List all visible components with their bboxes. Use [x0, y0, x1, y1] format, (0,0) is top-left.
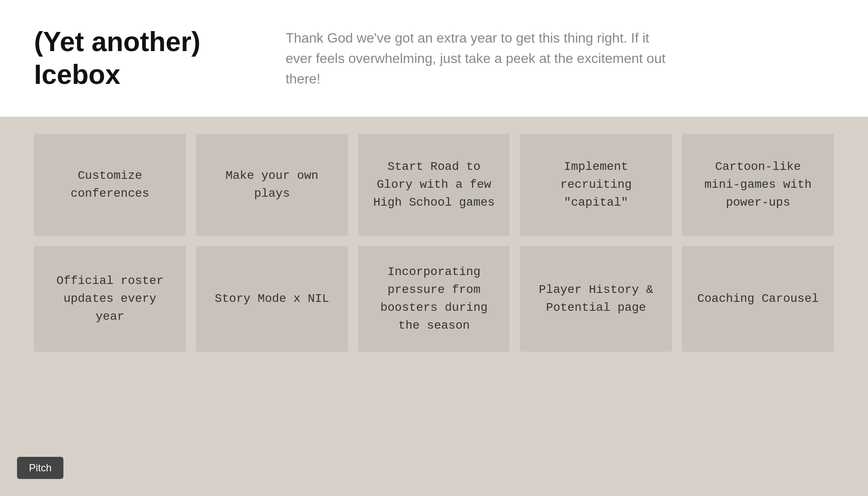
card-text-start-road-to-glory: Start Road to Glory with a few High Scho…	[371, 158, 497, 212]
card-text-story-mode-nil: Story Mode x NIL	[215, 290, 329, 308]
pitch-button[interactable]: Pitch	[17, 457, 63, 479]
card-story-mode-nil: Story Mode x NIL	[196, 246, 348, 352]
card-coaching-carousel: Coaching Carousel	[682, 246, 834, 352]
card-implement-recruiting-capital: Implement recruiting "capital"	[520, 134, 672, 236]
card-text-customize-conferences: Customize conferences	[47, 167, 173, 203]
card-incorporating-pressure: Incorporating pressure from boosters dur…	[358, 246, 510, 352]
card-text-player-history-potential: Player History & Potential page	[533, 281, 659, 317]
cards-grid: Customize conferences Make your own play…	[34, 134, 834, 352]
page-title: (Yet another) Icebox	[34, 26, 200, 91]
card-text-official-roster-updates: Official roster updates every year	[47, 272, 173, 326]
card-text-make-your-own-plays: Make your own plays	[209, 167, 335, 203]
card-text-implement-recruiting-capital: Implement recruiting "capital"	[533, 158, 659, 212]
card-official-roster-updates: Official roster updates every year	[34, 246, 186, 352]
title-line1: (Yet another)	[34, 26, 200, 57]
card-player-history-potential: Player History & Potential page	[520, 246, 672, 352]
page-subtitle: Thank God we've got an extra year to get…	[286, 28, 668, 89]
title-line2: Icebox	[34, 59, 120, 90]
card-customize-conferences: Customize conferences	[34, 134, 186, 236]
header: (Yet another) Icebox Thank God we've got…	[0, 0, 868, 117]
card-make-your-own-plays: Make your own plays	[196, 134, 348, 236]
card-start-road-to-glory: Start Road to Glory with a few High Scho…	[358, 134, 510, 236]
card-text-cartoon-mini-games: Cartoon-like mini-games with power-ups	[695, 158, 821, 212]
card-text-coaching-carousel: Coaching Carousel	[697, 290, 819, 308]
card-text-incorporating-pressure: Incorporating pressure from boosters dur…	[371, 263, 497, 335]
card-cartoon-mini-games: Cartoon-like mini-games with power-ups	[682, 134, 834, 236]
grid-section: Customize conferences Make your own play…	[0, 117, 868, 377]
